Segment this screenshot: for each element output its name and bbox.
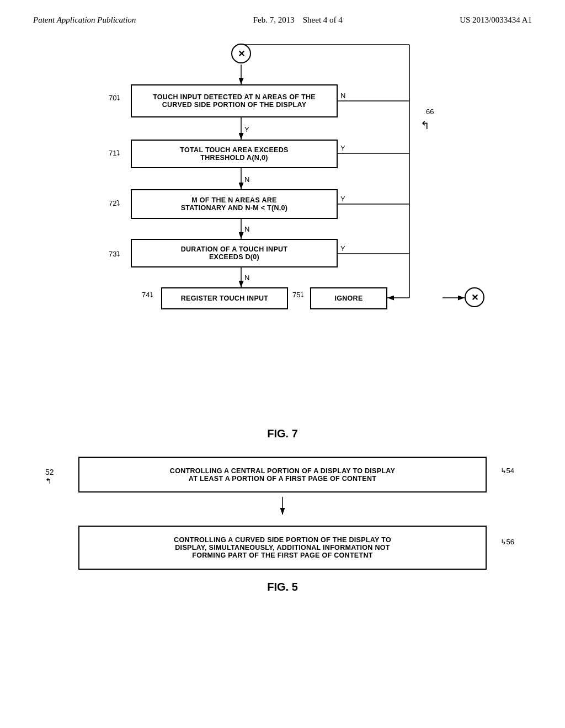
fig5-label: FIG. 5 [33,581,532,593]
box-56: CONTROLLING A CURVED SIDE PORTION OF THE… [78,526,487,570]
end-circle: ✕ [465,287,484,307]
diagram-area: Y N N N N Y Y Y [0,30,565,621]
node-label-72: 72⤵ [109,199,120,207]
node-label-66: 66 [426,108,434,116]
header-center: Feb. 7, 2013 Sheet 4 of 4 [253,15,343,25]
node-label-54: ↳54 [500,467,514,475]
box-54: CONTROLLING A CENTRAL PORTION OF A DISPL… [78,457,487,493]
box-72: M OF THE N AREAS ARE STATIONARY AND N-M … [131,189,338,219]
header-right: US 2013/0033434 A1 [460,15,532,25]
box-70: TOUCH INPUT DETECTED AT N AREAS OF THE C… [131,84,338,117]
svg-text:Y: Y [340,244,345,253]
box-71: TOTAL TOUCH AREA EXCEEDS THRESHOLD A(N,0… [131,140,338,168]
page-header: Patent Application Publication Feb. 7, 2… [0,0,565,30]
fig7-container: Y N N N N Y Y Y [45,36,520,422]
start-circle: ✕ [231,44,251,63]
header-left: Patent Application Publication [33,15,136,25]
fig5-area: 52↰ CONTROLLING A CENTRAL PORTION OF A D… [45,457,520,570]
node-label-75: 75⤵ [292,291,304,299]
svg-text:N: N [244,225,249,233]
box-74: REGISTER TOUCH INPUT [161,287,288,309]
node-label-56: ↳56 [500,538,514,546]
fig7-label: FIG. 7 [33,427,532,440]
box-75: IGNORE [310,287,387,309]
svg-text:N: N [340,92,345,100]
svg-text:Y: Y [340,195,345,203]
svg-text:N: N [244,274,249,282]
fig5-arrow [277,497,288,519]
node-label-74: 74⤵ [142,291,153,299]
label-52: 52↰ [45,468,54,485]
node-label-71: 71⤵ [109,149,120,157]
svg-text:Y: Y [244,125,249,133]
svg-text:Y: Y [340,144,345,152]
svg-text:N: N [244,175,249,184]
box-73: DURATION OF A TOUCH INPUT EXCEEDS D(0) [131,239,338,267]
node-label-73: 73⤵ [109,250,120,258]
node-label-70: 70⤵ [109,94,120,102]
